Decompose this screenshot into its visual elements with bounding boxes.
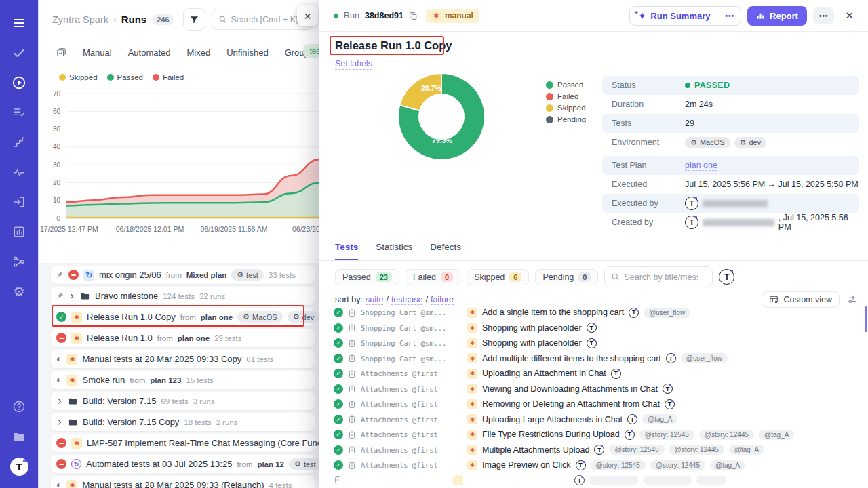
runs-tab-automated[interactable]: Automated <box>128 47 171 58</box>
projects-folder-icon[interactable] <box>4 422 34 451</box>
svg-text:79.3%: 79.3% <box>432 136 452 144</box>
integrations-branch-icon[interactable] <box>4 247 34 277</box>
run-summary-more-button[interactable]: ••• <box>719 7 741 25</box>
filter-chip-pending[interactable]: Pending0 <box>535 269 598 285</box>
run-list-item[interactable]: ◐✱Manual tests at 28 Mar 2025 09:33 Copy… <box>51 350 315 368</box>
filter-funnel-button[interactable] <box>183 8 205 30</box>
report-button[interactable]: Report <box>747 6 807 26</box>
runs-tab-unfinished[interactable]: Unfinished <box>226 47 268 58</box>
redacted-username <box>703 219 774 226</box>
run-list-item[interactable]: Bravo milestone124 tests32 runs <box>51 287 315 305</box>
info-value: PASSED <box>685 81 730 90</box>
run-list-item[interactable]: ↻mix origin 25/06fromMixed plan⚙test33 t… <box>51 266 315 284</box>
more-actions-button[interactable]: ••• <box>813 7 835 24</box>
assignee-avatar-filter[interactable]: T <box>719 269 734 285</box>
filter-chip-skipped[interactable]: Skipped6 <box>467 269 529 285</box>
test-result-row[interactable]: ✓Shopping Cart @sm...✱Shopping with plac… <box>334 322 863 335</box>
gear-icon: ⚙ <box>293 312 300 321</box>
sort-by-failure[interactable]: failure <box>431 295 454 305</box>
run-list-item[interactable]: ✓✱Release Run 1.0 Copyfromplan one⚙MacOS… <box>51 308 315 326</box>
test-result-row[interactable]: ✓Attachments @first✱Viewing and Download… <box>334 383 863 396</box>
menu-icon[interactable] <box>4 8 34 38</box>
run-list-item[interactable]: Build: Version 7.15 Copy18 tests2 runs <box>51 413 315 431</box>
run-summary-button[interactable]: ✦+Run Summary ••• <box>629 6 741 26</box>
run-list-item[interactable]: ✱Release Run 1.0fromplan one29 tests <box>51 329 315 347</box>
reports-icon[interactable] <box>4 217 34 247</box>
sort-by-suite[interactable]: suite <box>366 295 383 305</box>
tag-badge: @tag_A <box>710 460 745 470</box>
chevron-right-icon <box>68 293 75 300</box>
import-icon[interactable] <box>4 187 34 217</box>
run-list-item[interactable]: Build: Version 7.1569 tests3 runs <box>51 392 315 410</box>
area-chart: 01020304050607017/2025 12:47 PM06/18/202… <box>39 85 319 241</box>
help-icon[interactable] <box>4 392 34 422</box>
gear-icon: ⚙ <box>294 460 301 468</box>
legend-label: Passed <box>117 73 143 81</box>
test-result-row[interactable]: ✓Attachments @first✱Uploading an Attachm… <box>334 367 863 380</box>
runs-search-input[interactable] <box>231 15 306 24</box>
run-from-label: from <box>130 376 145 384</box>
user-avatar[interactable]: T <box>4 451 34 481</box>
detail-close-button[interactable]: ✕ <box>840 7 859 24</box>
test-result-row[interactable]: ✓Attachments @first✱Removing or Deleting… <box>334 398 863 411</box>
tests-search-input[interactable] <box>624 272 698 282</box>
run-title: Automated tests at 03 Jul 2025 13:25 <box>86 459 232 469</box>
pulse-icon[interactable] <box>4 157 34 187</box>
test-case-title: Add multiple different items to the shop… <box>482 354 661 363</box>
runs-tab-manual[interactable]: Manual <box>83 47 112 58</box>
run-list-item[interactable]: ◐✱Manual tests at 28 Mar 2025 09:33 (Rel… <box>51 476 315 488</box>
legend-label: Failed <box>163 73 184 81</box>
table-view-icon <box>769 295 778 304</box>
set-labels-link[interactable]: Set labels <box>335 59 372 70</box>
tab-defects[interactable]: Defects <box>430 242 461 260</box>
breadcrumb-project[interactable]: Zyntra Spark <box>52 14 108 25</box>
tab-tests[interactable]: Tests <box>335 242 358 260</box>
donut-legend-item: Passed <box>546 81 586 89</box>
clipboard-icon <box>348 461 356 470</box>
info-value[interactable]: plan one <box>685 161 717 171</box>
test-result-row[interactable]: ✓Attachments @first✱File Type Restrictio… <box>334 428 863 441</box>
tab-statistics[interactable]: Statistics <box>376 242 412 260</box>
custom-view-button[interactable]: Custom view <box>762 291 840 308</box>
test-result-row[interactable]: ✓Attachments @first✱Multiple Attachments… <box>334 444 863 457</box>
copy-icon[interactable] <box>409 12 418 20</box>
environment-badge: ⚙MacOS <box>237 311 283 323</box>
test-result-row[interactable]: ✓Shopping Cart @sm...✱Shopping with plac… <box>334 337 863 350</box>
scrollbar-thumb[interactable] <box>865 306 867 332</box>
run-list-item[interactable]: ✱LMP-587 Implement Real-Time Chat Messag… <box>51 434 315 452</box>
run-list-item[interactable]: ↻Automated tests at 03 Jul 2025 13:25fro… <box>51 455 315 473</box>
test-result-row[interactable]: ✓Attachments @first✱Image Preview on Cli… <box>334 459 863 472</box>
filter-chip-failed[interactable]: Failed0 <box>406 269 460 285</box>
legend-item: Failed <box>153 73 184 81</box>
test-result-row[interactable]: ✓Shopping Cart @sm...✱Add a single item … <box>334 306 863 319</box>
run-tests-count: 4 tests <box>269 481 292 488</box>
run-tests-count: 69 tests <box>161 397 188 405</box>
runs-play-icon[interactable] <box>4 68 34 98</box>
status-passed-icon: ✓ <box>334 415 343 424</box>
run-list-item[interactable]: ◐✱Smoke runfromplan 12315 tests <box>51 371 315 389</box>
settings-gear-icon[interactable]: ⚙ <box>4 277 34 306</box>
shared-steps-icon[interactable] <box>4 98 34 127</box>
legend-label: Failed <box>557 92 578 100</box>
info-text: 2m 24s <box>685 100 713 109</box>
sort-by-testcase[interactable]: testcase <box>391 295 423 305</box>
donut-legend-item: Skipped <box>546 104 586 112</box>
filter-chip-count: 23 <box>376 272 392 282</box>
info-label: Test Plan <box>602 161 685 170</box>
overflow-env-badge[interactable]: tes <box>303 44 319 58</box>
test-cases-check-icon[interactable] <box>4 38 34 68</box>
runs-tab-mixed[interactable]: Mixed <box>187 47 211 58</box>
test-result-row[interactable]: ✓Shopping Cart @sm...✱Add multiple diffe… <box>334 352 863 365</box>
test-plan-link[interactable]: plan one <box>685 161 717 171</box>
milestones-steps-icon[interactable] <box>4 127 34 157</box>
breadcrumb-section[interactable]: Runs <box>121 14 147 25</box>
bulk-select-icon[interactable] <box>56 47 66 58</box>
status-passed-icon: ✓ <box>56 312 66 322</box>
filter-chip-passed[interactable]: Passed23 <box>335 269 399 285</box>
search-icon <box>611 272 620 281</box>
test-result-row[interactable]: ✓Attachments @first✱Uploading Large Atta… <box>334 413 863 426</box>
test-result-row[interactable]: T <box>334 474 863 487</box>
panel-close-button[interactable]: ✕ <box>297 5 318 26</box>
view-settings-sliders-icon[interactable] <box>846 294 857 305</box>
filter-chip-label: Pending <box>542 272 574 282</box>
